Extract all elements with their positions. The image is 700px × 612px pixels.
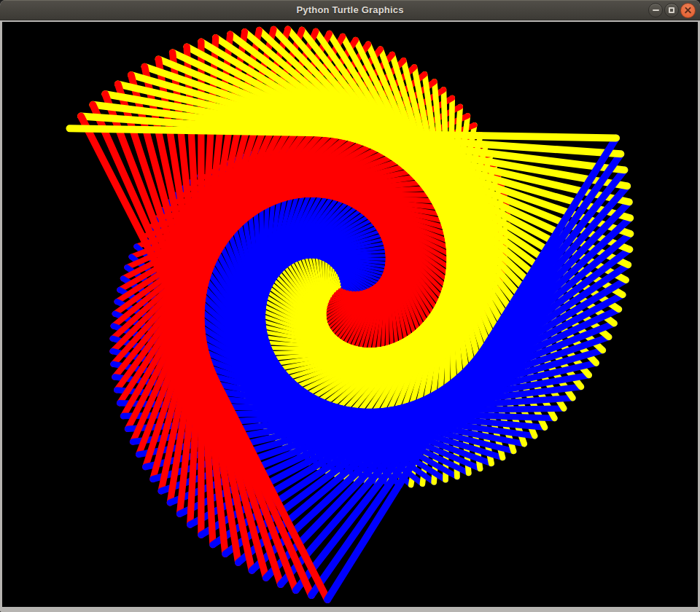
minimize-button[interactable]	[648, 3, 663, 17]
turtle-line-segment	[69, 128, 616, 138]
turtle-graphics-window: Python Turtle Graphics	[0, 0, 700, 612]
close-icon	[684, 7, 692, 15]
titlebar[interactable]: Python Turtle Graphics	[0, 0, 700, 20]
maximize-button[interactable]	[664, 3, 679, 17]
minimize-icon	[653, 9, 659, 11]
turtle-canvas[interactable]	[2, 22, 698, 607]
canvas-frame	[0, 20, 700, 612]
window-controls	[648, 0, 696, 20]
window-title: Python Turtle Graphics	[296, 4, 403, 15]
maximize-icon	[669, 7, 674, 13]
close-button[interactable]	[680, 3, 696, 18]
